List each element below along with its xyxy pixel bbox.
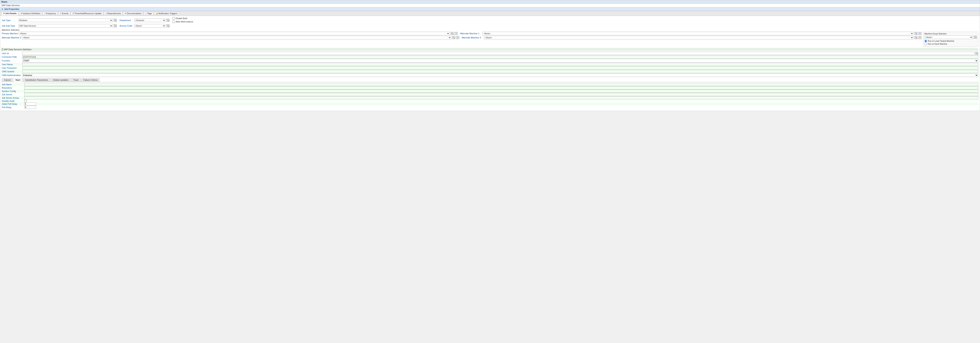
tab-tags[interactable]: ◇ Tags	[143, 12, 153, 15]
cms-auth-label: CMS Authentication	[2, 74, 21, 76]
action-tabs-bar: Cancel Start Substitution Parameters Glo…	[2, 78, 978, 82]
user-id-search-btn[interactable]: 🔍	[975, 52, 978, 55]
job-type-search-btn[interactable]: 🔍	[114, 19, 117, 22]
access-code-search-btn[interactable]: 🔍	[166, 24, 170, 27]
access-code-select[interactable]: <None>	[134, 24, 165, 27]
tab-job-details[interactable]: ⚙ Job Details	[2, 12, 19, 15]
job-sub-type-row: Job Sub-Type SAP Data Services 🔍 Access …	[2, 24, 978, 27]
action-tab-cancel-label: Cancel	[4, 79, 11, 81]
user-id-input[interactable]	[22, 52, 974, 55]
primary-machine-add-btn[interactable]: +	[455, 32, 458, 35]
start-fields-section: Job Name Repository System Config Job Se…	[2, 83, 978, 110]
action-tab-cancel[interactable]: Cancel	[2, 78, 13, 82]
alt-machine-3-add-btn[interactable]: +	[918, 36, 921, 39]
run-each-machine-radio[interactable]	[924, 43, 927, 45]
tab-frequency-icon: +	[44, 13, 45, 14]
action-tab-start-label: Start	[15, 79, 20, 81]
tab-threshold[interactable]: ⚙ Threshold/Resource Update	[71, 12, 103, 15]
tab-documentation[interactable]: ⚙ Documentation	[123, 12, 143, 15]
machine-group-box: Machine Group Selection <None> 🔍 Run on …	[923, 32, 978, 47]
cms-system-row: CMS System	[2, 70, 978, 73]
allow-multi-instance-checkbox[interactable]	[172, 21, 175, 23]
user-name-label: User Name	[2, 63, 21, 65]
user-id-row: User Id 🔍	[2, 52, 978, 55]
job-server-group-row: Job Server Group	[2, 96, 978, 99]
action-tab-track-label: Track	[73, 79, 79, 81]
tab-events[interactable]: ⊙ Events	[58, 12, 70, 15]
access-code-label: Access Code	[119, 25, 133, 27]
alt-machine-2-select[interactable]: <None>	[22, 36, 452, 40]
machine-group-search-btn[interactable]: 🔍	[974, 36, 977, 39]
alt-machine-3-search-btn[interactable]: 🔍	[915, 36, 918, 39]
alt-machine-3-select[interactable]: <None>	[484, 36, 914, 40]
poll-delay-input[interactable]	[24, 106, 36, 109]
disable-audit-checkbox[interactable]	[24, 100, 27, 102]
page-wrapper: Name SAP Data Services ▼ Job Properties …	[0, 0, 980, 111]
user-password-input[interactable]	[22, 66, 978, 70]
alt-machine-2-add-btn[interactable]: +	[456, 36, 459, 39]
initial-poll-delay-label: Initial Poll Delay	[2, 103, 24, 105]
connector-path-label: Connector Path	[2, 56, 21, 58]
initial-poll-delay-input[interactable]	[24, 102, 36, 106]
alt-machine-1-label: Alternate Machine 1	[460, 32, 482, 35]
tab-notification[interactable]: 🔔 Notification Triggers	[154, 12, 179, 15]
tab-instance-definition[interactable]: ⚙ Instance Definition	[19, 12, 42, 15]
cms-system-input[interactable]	[22, 70, 978, 73]
action-tab-failure-criteria-label: Failure Criteria	[83, 79, 97, 81]
connector-path-input[interactable]	[22, 56, 978, 59]
disable-build-row: Disable Build	[172, 17, 193, 20]
repository-row: Repository	[2, 86, 978, 89]
job-type-select[interactable]: Windows	[18, 19, 113, 22]
alt-machine-1-search-btn[interactable]: 🔍	[915, 32, 918, 35]
poll-delay-row: Poll Delay	[2, 106, 978, 109]
tab-notification-icon: 🔔	[156, 13, 158, 14]
system-config-input[interactable]	[24, 90, 978, 93]
cms-auth-select[interactable]: Enterprise LDAP Windows AD	[22, 73, 978, 77]
function-select[interactable]: START STOP STATUS	[22, 59, 978, 62]
action-tab-substitution-label: Substitution Parameters	[25, 79, 48, 81]
allow-multi-instance-row: Allow Multi-Instance	[172, 21, 193, 23]
action-tab-global-variables[interactable]: Global variables	[51, 78, 71, 82]
primary-machine-search-btn[interactable]: 🔍	[450, 32, 454, 35]
sap-definition-title: SAP Data Services Definition	[3, 48, 32, 51]
job-server-input[interactable]	[24, 93, 978, 96]
primary-machine-select[interactable]: <None>	[19, 32, 450, 35]
department-select[interactable]: <General>	[134, 19, 165, 22]
job-sub-type-select[interactable]: SAP Data Services	[18, 24, 113, 27]
job-name-input[interactable]	[24, 83, 978, 86]
department-search-btn[interactable]: 🔍	[166, 19, 170, 22]
job-sub-type-search-btn[interactable]: 🔍	[114, 24, 117, 27]
machine-group-select[interactable]: <None>	[924, 35, 973, 39]
run-each-machine-label: Run on Each Machine	[928, 43, 947, 45]
run-least-tasked-row: Run on Least Tasked Machine	[924, 40, 977, 42]
job-server-group-input[interactable]	[24, 96, 978, 99]
job-name-row: Job Name	[2, 83, 978, 86]
repository-input[interactable]	[24, 86, 978, 89]
function-row: Function START STOP STATUS	[2, 59, 978, 62]
tab-instance-label: Instance Definition	[23, 12, 41, 14]
action-tab-failure-criteria[interactable]: Failure Criteria	[81, 78, 100, 82]
tab-dependencies[interactable]: ∞ Dependencies	[104, 12, 123, 15]
job-server-label: Job Server	[2, 93, 24, 96]
department-label: Department	[119, 19, 133, 21]
alt-machine-2-search-btn[interactable]: 🔍	[452, 36, 455, 39]
alt-machine-1-select[interactable]: <None>	[482, 32, 914, 35]
job-properties-title: Job Properties	[4, 8, 19, 10]
name-value-row: SAP Data Services	[0, 3, 980, 7]
cms-auth-row: CMS Authentication Enterprise LDAP Windo…	[2, 73, 978, 77]
action-tab-substitution[interactable]: Substitution Parameters	[23, 78, 50, 82]
tabs-bar: ⚙ Job Details ⚙ Instance Definition + Fr…	[0, 11, 980, 16]
alt-machine-2-row: Alternate Machine 2 <None> 🔍 + Alternate…	[2, 36, 921, 40]
action-tab-global-variables-label: Global variables	[53, 79, 68, 81]
user-name-input[interactable]	[22, 63, 978, 66]
alt-machine-1-add-btn[interactable]: +	[918, 32, 921, 35]
disable-build-checkbox[interactable]	[172, 17, 175, 20]
action-tab-start[interactable]: Start	[13, 78, 22, 82]
action-tab-track[interactable]: Track	[71, 78, 81, 82]
job-server-group-label: Job Server Group	[2, 97, 24, 99]
tab-frequency[interactable]: + Frequency	[43, 12, 58, 15]
run-least-tasked-label: Run on Least Tasked Machine	[928, 40, 954, 42]
disable-audit-label: Disable Audit	[2, 100, 24, 102]
run-least-tasked-radio[interactable]	[924, 40, 927, 42]
system-config-label: System Config	[2, 90, 24, 92]
